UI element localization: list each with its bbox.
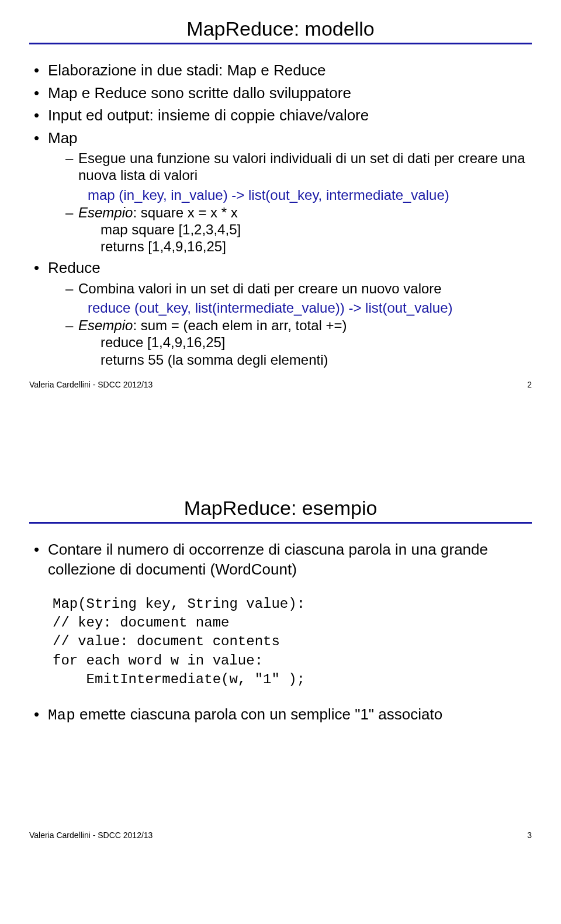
bullet-reduce: Reduce Combina valori in un set di dati … xyxy=(34,258,532,368)
reduce-combina: Combina valori in un set di dati per cre… xyxy=(65,280,532,297)
map-code-word: Map xyxy=(48,707,75,724)
map-esempio-line1: map square [1,2,3,4,5] xyxy=(78,221,532,238)
slide-mapreduce-modello: MapReduce: modello Elaborazione in due s… xyxy=(0,0,561,479)
slide2-title: MapReduce: esempio xyxy=(29,497,532,520)
code-block-map: Map(String key, String value): // key: d… xyxy=(29,595,532,690)
map-esempio-rest: : square x = x * x xyxy=(133,205,237,220)
map-esempio-label: Esempio xyxy=(78,205,133,220)
reduce-esempio-label: Esempio xyxy=(78,317,133,333)
bullet-map: Map Esegue una funzione su valori indivi… xyxy=(34,129,532,255)
reduce-esempio-line1: reduce [1,4,9,16,25] xyxy=(78,334,532,351)
bullet-map-label: Map xyxy=(48,129,78,147)
reduce-signature: reduce (out_key, list(intermediate_value… xyxy=(65,299,532,317)
title-underline xyxy=(29,43,532,44)
reduce-sublist: Combina valori in un set di dati per cre… xyxy=(48,280,532,368)
bullet-input-output: Input ed output: insieme di coppie chiav… xyxy=(34,106,532,125)
map-esempio-line2: returns [1,4,9,16,25] xyxy=(78,238,532,255)
map-esempio: Esempio: square x = x * x map square [1,… xyxy=(65,204,532,255)
slide1-title: MapReduce: modello xyxy=(29,18,532,40)
footer-author: Valeria Cardellini - SDCC 2012/13 xyxy=(29,380,153,389)
map-esegue: Esegue una funzione su valori individual… xyxy=(65,150,532,184)
title-underline xyxy=(29,522,532,524)
bullet-map-emette: Map emette ciascuna parola con un sempli… xyxy=(29,705,532,726)
slide-mapreduce-esempio: MapReduce: esempio Contare il numero di … xyxy=(0,479,561,900)
bullet-elaborazione: Elaborazione in due stadi: Map e Reduce xyxy=(34,61,532,80)
map-emette-rest: emette ciascuna parola con un semplice "… xyxy=(75,705,442,723)
slide1-list: Elaborazione in due stadi: Map e Reduce … xyxy=(29,61,532,368)
footer-author: Valeria Cardellini - SDCC 2012/13 xyxy=(29,830,153,840)
reduce-esempio: Esempio: sum = (each elem in arr, total … xyxy=(65,317,532,368)
slide1-footer: Valeria Cardellini - SDCC 2012/13 2 xyxy=(29,380,532,389)
slide2-footer: Valeria Cardellini - SDCC 2012/13 3 xyxy=(29,830,532,840)
bullet-reduce-label: Reduce xyxy=(48,259,101,276)
bullet-map-reduce-scritte: Map e Reduce sono scritte dallo sviluppa… xyxy=(34,84,532,103)
bullet-contare: Contare il numero di occorrenze di ciasc… xyxy=(29,540,532,580)
map-signature: map (in_key, in_value) -> list(out_key, … xyxy=(65,186,532,204)
reduce-esempio-rest: : sum = (each elem in arr, total +=) xyxy=(133,317,347,333)
footer-page-number: 2 xyxy=(527,380,532,389)
reduce-esempio-line2: returns 55 (la somma degli elementi) xyxy=(78,351,532,368)
map-sublist: Esegue una funzione su valori individual… xyxy=(48,150,532,255)
footer-page-number: 3 xyxy=(527,830,532,840)
